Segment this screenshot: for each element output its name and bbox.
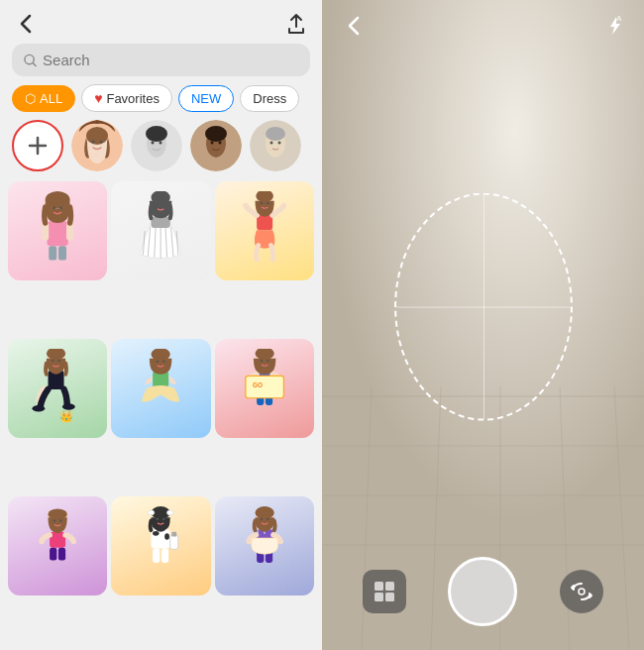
avatars-row xyxy=(0,120,322,181)
camera-controls xyxy=(322,557,644,626)
right-panel: A xyxy=(322,0,644,650)
back-button-right[interactable] xyxy=(338,10,370,42)
svg-point-71 xyxy=(267,360,268,362)
svg-rect-75 xyxy=(50,548,56,561)
svg-rect-114 xyxy=(385,593,394,601)
svg-point-44 xyxy=(162,203,164,205)
sticker-item[interactable] xyxy=(215,496,314,596)
svg-point-93 xyxy=(255,506,273,519)
svg-point-91 xyxy=(162,518,164,520)
svg-rect-111 xyxy=(375,582,383,591)
svg-rect-42 xyxy=(152,217,170,228)
filter-dress[interactable]: Dress xyxy=(240,85,299,112)
svg-point-53 xyxy=(32,405,45,411)
svg-point-18 xyxy=(219,142,222,145)
filter-row: ⬡ ALL ♥ Favorites NEW Dress xyxy=(0,84,322,120)
svg-point-17 xyxy=(211,142,214,145)
svg-point-23 xyxy=(278,142,281,145)
svg-point-115 xyxy=(579,589,585,595)
flip-camera-button[interactable] xyxy=(560,570,603,613)
shutter-button[interactable] xyxy=(448,557,517,626)
svg-point-43 xyxy=(157,203,159,205)
svg-point-6 xyxy=(86,127,108,145)
svg-line-1 xyxy=(33,62,36,65)
svg-rect-112 xyxy=(385,582,394,591)
avatar-2[interactable] xyxy=(131,120,182,171)
avatar-1[interactable] xyxy=(71,120,123,171)
left-panel: ⬡ ALL ♥ Favorites NEW Dress xyxy=(0,0,322,650)
svg-rect-86 xyxy=(153,549,160,563)
svg-point-32 xyxy=(59,207,62,210)
plus-icon xyxy=(27,135,49,157)
svg-rect-29 xyxy=(49,246,56,260)
svg-point-22 xyxy=(270,142,273,145)
gallery-button[interactable] xyxy=(363,570,406,613)
svg-rect-113 xyxy=(375,593,383,601)
sticker-item[interactable] xyxy=(111,496,210,596)
back-button-left[interactable] xyxy=(12,10,40,38)
sticker-item[interactable] xyxy=(8,496,107,596)
gallery-icon xyxy=(373,580,396,603)
svg-point-90 xyxy=(157,518,159,520)
svg-point-21 xyxy=(266,127,285,141)
svg-point-8 xyxy=(100,141,103,144)
svg-point-62 xyxy=(162,361,164,363)
svg-point-54 xyxy=(62,403,75,409)
sticker-item[interactable] xyxy=(111,181,210,280)
svg-point-82 xyxy=(167,510,173,515)
svg-point-81 xyxy=(149,510,155,515)
svg-point-48 xyxy=(260,202,262,204)
svg-point-12 xyxy=(152,142,155,145)
cube-icon: ⬡ xyxy=(25,91,36,106)
crosshair-vertical xyxy=(483,195,484,419)
svg-point-61 xyxy=(157,361,159,363)
svg-rect-68 xyxy=(246,376,284,397)
svg-text:A: A xyxy=(616,15,622,23)
svg-rect-76 xyxy=(58,548,65,561)
svg-rect-88 xyxy=(170,535,178,549)
sticker-item[interactable]: 👑 xyxy=(8,339,107,438)
flash-icon: A xyxy=(606,15,622,37)
sticker-item[interactable] xyxy=(8,181,107,280)
svg-point-11 xyxy=(146,126,167,142)
search-icon xyxy=(24,54,37,67)
right-header: A xyxy=(322,0,644,52)
share-button[interactable] xyxy=(282,10,310,38)
search-input[interactable] xyxy=(43,52,298,68)
filter-favorites[interactable]: ♥ Favorites xyxy=(81,84,172,112)
heart-icon: ♥ xyxy=(94,90,102,106)
svg-rect-30 xyxy=(58,246,66,260)
svg-point-77 xyxy=(54,519,55,521)
flash-button[interactable]: A xyxy=(600,12,628,40)
svg-point-56 xyxy=(58,360,60,362)
avatar-4[interactable] xyxy=(250,120,301,171)
svg-text:GO: GO xyxy=(253,381,263,388)
svg-point-97 xyxy=(260,518,262,520)
svg-text:👑: 👑 xyxy=(59,409,74,423)
svg-rect-89 xyxy=(172,532,177,537)
avatar-3[interactable] xyxy=(190,120,242,171)
filter-new[interactable]: NEW xyxy=(178,85,234,112)
svg-rect-26 xyxy=(47,221,67,246)
left-header xyxy=(0,0,322,44)
svg-point-55 xyxy=(52,360,54,362)
svg-point-85 xyxy=(164,533,169,539)
svg-point-31 xyxy=(53,207,55,210)
svg-rect-87 xyxy=(161,549,168,563)
svg-point-84 xyxy=(153,531,159,536)
flip-icon xyxy=(570,580,593,603)
svg-point-78 xyxy=(59,519,61,521)
sticker-grid: 👑 xyxy=(0,181,322,650)
sticker-item[interactable] xyxy=(215,181,314,280)
sticker-item[interactable]: GO xyxy=(215,339,314,438)
search-bar[interactable] xyxy=(12,44,310,76)
svg-point-16 xyxy=(205,126,227,142)
svg-point-7 xyxy=(92,141,95,144)
svg-point-49 xyxy=(267,202,268,204)
svg-point-70 xyxy=(260,360,262,362)
svg-point-13 xyxy=(160,142,162,145)
sticker-item[interactable] xyxy=(111,339,210,438)
svg-point-98 xyxy=(267,518,268,520)
avatar-add-button[interactable] xyxy=(12,120,63,171)
filter-all[interactable]: ⬡ ALL xyxy=(12,85,75,112)
